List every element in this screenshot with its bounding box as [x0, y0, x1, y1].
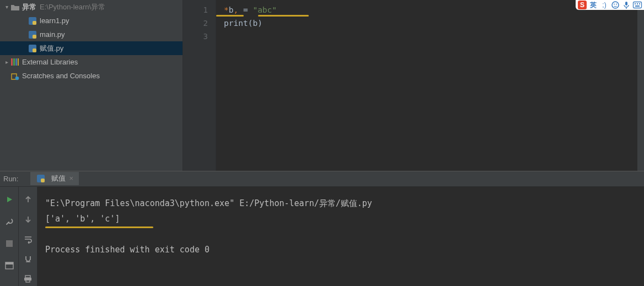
run-console[interactable]: "E:\Program Files\naconda3\python.exe" E… — [37, 187, 644, 286]
svg-rect-17 — [637, 3, 638, 4]
svg-rect-9 — [18, 58, 19, 66]
file-label: 赋值.py — [40, 44, 63, 53]
svg-point-13 — [616, 4, 617, 5]
close-icon[interactable]: × — [69, 174, 73, 182]
line-number: 2 — [183, 17, 208, 30]
file-row[interactable]: main.py — [0, 28, 183, 41]
file-row-selected[interactable]: 赋值.py — [0, 41, 183, 55]
python-file-icon — [28, 31, 37, 39]
editor-gutter: 1 2 3 — [183, 0, 216, 171]
console-line: "E:\Program Files\naconda3\python.exe" E… — [45, 196, 636, 211]
project-root-label: 异常 — [22, 2, 36, 12]
svg-point-10 — [15, 76, 19, 80]
run-tab-label: 赋值 — [51, 174, 66, 184]
folder-icon — [10, 4, 20, 10]
rerun-button[interactable] — [3, 193, 15, 206]
libraries-icon — [10, 58, 20, 66]
run-header: Run: 赋值 × — [0, 171, 644, 187]
svg-rect-3 — [33, 35, 36, 39]
scratches-icon — [10, 72, 20, 80]
settings-button[interactable] — [3, 215, 15, 228]
print-button[interactable] — [22, 273, 34, 285]
line-number: 1 — [183, 3, 208, 17]
svg-rect-15 — [634, 2, 642, 8]
editor-scrollbar[interactable] — [637, 0, 644, 171]
python-file-icon — [28, 45, 37, 52]
code-line — [224, 30, 637, 43]
run-tab[interactable]: 赋值 × — [30, 172, 79, 186]
svg-rect-25 — [25, 276, 30, 278]
run-rail-left — [0, 187, 19, 286]
svg-rect-22 — [6, 240, 13, 247]
line-number: 3 — [183, 30, 208, 43]
python-file-icon — [36, 175, 46, 182]
highlight-underline — [45, 226, 153, 228]
scratches-row[interactable]: Scratches and Consoles — [0, 69, 183, 83]
file-label: main.py — [40, 30, 65, 39]
run-rail-right — [19, 187, 37, 286]
chevron-down-icon[interactable]: ▾ — [3, 4, 10, 10]
console-line: Process finished with exit code 0 — [45, 242, 636, 257]
svg-rect-8 — [15, 58, 17, 66]
console-line — [45, 226, 636, 242]
editor-code-area[interactable]: *b, = "abc" print(b) — [216, 0, 637, 171]
svg-rect-14 — [625, 2, 627, 6]
project-root-path: E:\Python-learn\异常 — [40, 2, 105, 12]
svg-rect-6 — [11, 58, 13, 66]
layout-button[interactable] — [3, 260, 15, 272]
external-libraries-row[interactable]: ▸ External Libraries — [0, 55, 183, 69]
soft-wrap-button[interactable] — [22, 233, 34, 245]
file-label: learn1.py — [40, 17, 69, 25]
project-tree: ▾ 异常 E:\Python-learn\异常 learn1.py main.p… — [0, 0, 183, 171]
ime-punct-icon[interactable]: ;) — [600, 1, 609, 9]
external-libraries-label: External Libraries — [22, 58, 78, 66]
svg-rect-5 — [33, 48, 36, 52]
svg-rect-21 — [41, 179, 45, 182]
code-editor[interactable]: 1 2 3 *b, = "abc" print(b) S 英 ;) — [183, 0, 644, 171]
scratches-label: Scratches and Consoles — [22, 72, 100, 80]
ime-lang-icon[interactable]: 英 — [589, 1, 598, 9]
svg-point-11 — [612, 2, 619, 8]
stop-button[interactable] — [3, 238, 15, 250]
svg-rect-16 — [635, 3, 636, 4]
python-file-icon — [28, 17, 37, 25]
down-button[interactable] — [22, 213, 34, 225]
up-button[interactable] — [22, 193, 34, 206]
chevron-right-icon[interactable]: ▸ — [3, 59, 10, 65]
keyboard-icon[interactable] — [633, 1, 642, 9]
scroll-to-end-button[interactable] — [22, 253, 34, 265]
console-line: ['a', 'b', 'c'] — [45, 211, 636, 226]
svg-rect-18 — [639, 3, 640, 4]
run-tool-window: Run: 赋值 × "E:\P — [0, 171, 644, 286]
microphone-icon[interactable] — [622, 1, 631, 9]
file-row[interactable]: learn1.py — [0, 14, 183, 28]
project-root-row[interactable]: ▾ 异常 E:\Python-learn\异常 — [0, 0, 183, 14]
sogou-icon[interactable]: S — [578, 1, 587, 9]
code-line: print(b) — [224, 17, 637, 30]
svg-point-12 — [614, 4, 615, 5]
svg-rect-1 — [33, 21, 36, 25]
run-title: Run: — [3, 175, 18, 183]
svg-rect-7 — [13, 58, 15, 66]
svg-rect-19 — [635, 6, 640, 7]
emoji-icon[interactable] — [611, 1, 620, 9]
ime-toolbar: S 英 ;) — [576, 0, 644, 10]
svg-rect-24 — [6, 262, 13, 265]
svg-rect-27 — [26, 280, 30, 282]
